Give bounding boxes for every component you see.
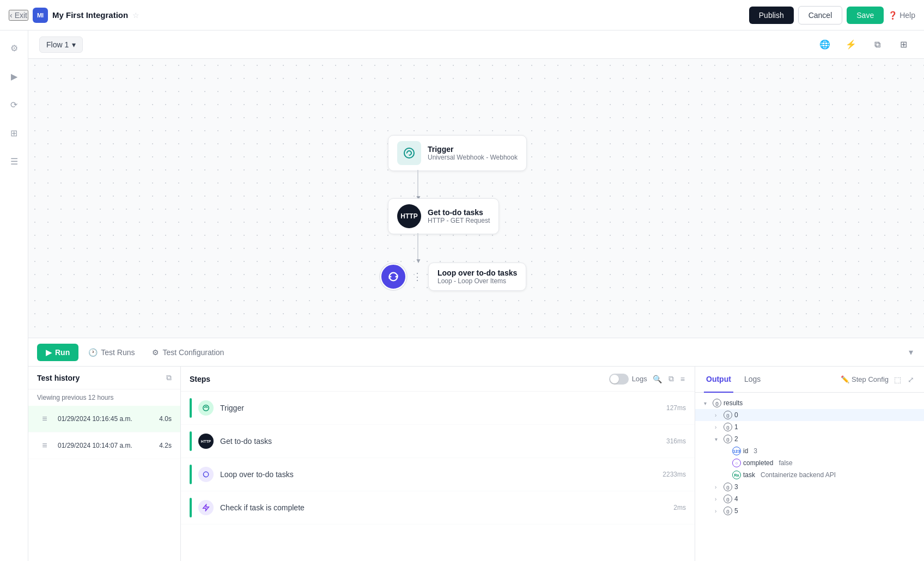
history-item-info-2: 01/29/2024 10:14:07 a.m.: [58, 442, 132, 449]
toggle-knob: [610, 375, 619, 383]
topbar-actions: Publish Cancel Save ❓ Help: [749, 6, 915, 25]
publish-button[interactable]: Publish: [749, 7, 794, 24]
app-badge: MI: [33, 8, 48, 23]
loop-node[interactable]: ⋮ Loop over to-do tasks Loop - Loop Over…: [380, 263, 526, 291]
history-item-duration-2: 4.2s: [159, 442, 172, 449]
item5-chevron-icon: ›: [715, 508, 721, 514]
sidebar: ⚙ ▶ ⟳ ⊞ ☰: [0, 31, 28, 561]
steps-actions: Logs 🔍 ⧉ ≡: [609, 373, 686, 385]
http-node-info: Get to-do tasks HTTP - GET Request: [428, 208, 490, 224]
tree-item-5[interactable]: › () 5: [695, 505, 924, 517]
history-item-duration: 4.0s: [159, 415, 172, 423]
step-icon-trigger: [198, 400, 214, 416]
step-duration-check: 2ms: [673, 504, 686, 511]
loop-node-more-icon[interactable]: ⋮: [411, 270, 424, 283]
tree-item-0[interactable]: › () 0: [695, 409, 924, 421]
tree-item-2[interactable]: ▾ () 2: [695, 433, 924, 445]
steps-panel: Steps Logs 🔍 ⧉ ≡: [181, 367, 695, 561]
history-item-date: 01/29/2024 10:16:45 a.m.: [58, 415, 132, 423]
id-key: id: [743, 447, 748, 455]
step-duration-http: 316ms: [666, 437, 686, 445]
run-label: Run: [55, 348, 70, 357]
flow-label: Flow 1: [46, 40, 69, 49]
loop-node-icon[interactable]: [380, 264, 406, 290]
sidebar-item-document[interactable]: ☰: [5, 153, 23, 170]
history-header: Test history ⧉: [28, 367, 180, 389]
logs-toggle[interactable]: Logs: [609, 374, 647, 385]
search-icon[interactable]: 🔍: [652, 374, 663, 385]
bottom-panel: ▶ Run 🕐 Test Runs ⚙ Test Configuration ▾: [28, 338, 924, 561]
tree-item-2-id[interactable]: 123 id 3: [695, 445, 924, 457]
back-button[interactable]: ‹ Exit: [9, 10, 28, 21]
trigger-node-icon: [397, 141, 421, 165]
topbar: ‹ Exit MI My First Integration ☆ Publish…: [0, 0, 924, 31]
flow-selector[interactable]: Flow 1 ▾: [39, 36, 83, 53]
star-icon[interactable]: ☆: [132, 11, 139, 20]
tree-item-1[interactable]: › () 1: [695, 421, 924, 433]
tree-root-item[interactable]: ▾ {} results: [695, 397, 924, 409]
tree-item-3[interactable]: › () 3: [695, 481, 924, 493]
sidebar-item-history[interactable]: ⟳: [5, 96, 23, 113]
test-runs-tab[interactable]: 🕐 Test Runs: [81, 344, 142, 361]
completed-value: false: [779, 459, 792, 467]
test-config-tab[interactable]: ⚙ Test Configuration: [144, 344, 232, 361]
grid-icon-button[interactable]: ⊞: [893, 35, 913, 54]
item0-chevron-icon: ›: [715, 412, 721, 418]
sliders-icon-button[interactable]: ⧉: [867, 35, 887, 54]
step-icon-loop: [198, 467, 214, 482]
save-button[interactable]: Save: [847, 7, 884, 24]
edit-icon: ✏️: [841, 375, 849, 383]
history-item-icon: ≡: [37, 411, 52, 426]
step-item-http[interactable]: HTTP Get to-do tasks 316ms: [181, 425, 695, 458]
steps-list-icon[interactable]: ≡: [679, 374, 686, 385]
tree-item-2-completed[interactable]: ○ completed false: [695, 457, 924, 469]
history-filter-icon[interactable]: ⧉: [166, 373, 172, 382]
step-item-check[interactable]: Check if task is complete 2ms: [181, 491, 695, 525]
item3-chevron-icon: ›: [715, 484, 721, 490]
sidebar-item-run[interactable]: ▶: [5, 68, 23, 85]
sidebar-item-settings[interactable]: ⚙: [5, 39, 23, 57]
item4-type-icon: (): [724, 495, 732, 503]
app-title: My First Integration: [52, 10, 128, 20]
connector-1: [417, 170, 418, 197]
task-value: Containerize backend API: [761, 471, 836, 479]
id-type-icon: 123: [732, 447, 741, 455]
step-config-button[interactable]: ✏️ Step Config: [841, 375, 889, 383]
history-item[interactable]: ≡ 01/29/2024 10:14:07 a.m. 4.2s: [28, 432, 180, 459]
collapse-icon[interactable]: ▾: [907, 345, 915, 359]
history-item[interactable]: ≡ 01/29/2024 10:16:45 a.m. 4.0s: [28, 406, 180, 432]
svg-marker-2: [203, 504, 209, 511]
run-button[interactable]: ▶ Run: [37, 344, 78, 361]
root-key: results: [724, 399, 743, 407]
logs-label: Logs: [632, 375, 647, 383]
expand-icon[interactable]: ⤢: [907, 374, 915, 385]
cancel-button[interactable]: Cancel: [798, 6, 843, 25]
history-item-icon-2: ≡: [37, 438, 52, 453]
steps-filter-icon[interactable]: ⧉: [667, 373, 675, 385]
copy-icon[interactable]: ⬚: [893, 374, 902, 385]
step-duration-loop: 2233ms: [662, 471, 686, 478]
output-tab-logs[interactable]: Logs: [742, 367, 763, 393]
flow-canvas[interactable]: Trigger Universal Webhook - Webhook ▼ HT…: [28, 59, 924, 338]
sidebar-item-grid[interactable]: ⊞: [5, 124, 23, 142]
filter-icon-button[interactable]: ⚡: [841, 35, 861, 54]
http-node[interactable]: HTTP Get to-do tasks HTTP - GET Request: [388, 198, 499, 234]
loop-node-label[interactable]: Loop over to-do tasks Loop - Loop Over I…: [428, 263, 526, 291]
id-value: 3: [753, 447, 757, 455]
globe-icon-button[interactable]: 🌐: [815, 35, 835, 54]
tree-item-4[interactable]: › () 4: [695, 493, 924, 505]
item1-key: 1: [734, 423, 738, 431]
step-label-check: Check if task is complete: [220, 503, 667, 512]
step-item-trigger[interactable]: Trigger 127ms: [181, 392, 695, 425]
output-header: Output Logs ✏️ Step Config ⬚ ⤢: [695, 367, 924, 393]
trigger-node[interactable]: Trigger Universal Webhook - Webhook: [388, 135, 527, 171]
help-button[interactable]: ❓ Help: [888, 11, 915, 20]
http-node-icon: HTTP: [397, 204, 421, 228]
topbar-left: ‹ Exit MI My First Integration ☆: [9, 8, 139, 23]
item3-key: 3: [734, 483, 738, 491]
tree-item-2-task[interactable]: Ra task Containerize backend API: [695, 469, 924, 481]
output-tab-output[interactable]: Output: [704, 367, 733, 393]
step-item-loop[interactable]: Loop over to-do tasks 2233ms: [181, 458, 695, 491]
step-label-loop: Loop over to-do tasks: [220, 470, 656, 479]
logs-toggle-switch[interactable]: [609, 374, 629, 385]
